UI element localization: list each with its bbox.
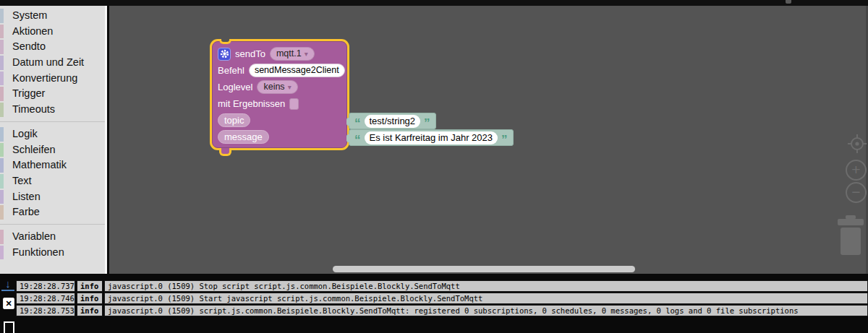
log-row: 19:28:28.746 info javascript.0 (1509) St… (16, 293, 868, 304)
sidebar-item-aktionen[interactable]: Aktionen (0, 24, 105, 40)
copy-log-icon[interactable] (4, 321, 14, 333)
category-color-strip (0, 127, 4, 142)
download-log-icon[interactable]: ↓ (1, 279, 14, 291)
category-color-strip (0, 56, 4, 70)
category-label: Funktionen (12, 246, 64, 258)
topic-input[interactable]: topic (218, 113, 250, 127)
next-connection-tab (219, 148, 231, 156)
sidebar-item-datum-und-zeit[interactable]: Datum und Zeit (0, 55, 105, 71)
chevron-down-icon: ▾ (288, 83, 292, 91)
minus-icon: − (851, 183, 860, 200)
sidebar-item-sendto[interactable]: Sendto (0, 39, 105, 55)
sidebar-item-text[interactable]: Text (0, 173, 105, 189)
close-quote-icon: ” (501, 131, 508, 144)
category-label: Timeouts (12, 103, 55, 115)
befehl-input[interactable]: sendMessage2Client (249, 64, 345, 77)
trashcan-icon (835, 215, 866, 256)
category-label: System (12, 9, 47, 21)
message-input[interactable]: message (218, 130, 269, 144)
category-label: Logik (12, 128, 38, 139)
category-color-strip (0, 190, 4, 204)
category-label: Trigger (12, 87, 45, 99)
instance-value: mqtt.1 (276, 48, 302, 59)
category-label: Konvertierung (12, 72, 77, 84)
category-label: Mathematik (12, 159, 67, 170)
sidebar-item-trigger[interactable]: Trigger (0, 86, 105, 102)
log-message: javascript.0 (1509) Start javascript scr… (104, 293, 868, 304)
category-label: Variablen (12, 230, 56, 242)
category-color-strip (0, 9, 4, 23)
sidebar-item-listen[interactable]: Listen (0, 189, 105, 205)
x-icon: ✕ (5, 299, 12, 308)
results-label: mit Ergebnissen (218, 98, 285, 109)
titlebar-icon (786, 0, 791, 4)
category-label: Aktionen (12, 25, 53, 37)
category-color-strip (0, 40, 4, 54)
category-color-strip (0, 174, 4, 189)
open-quote-icon: “ (354, 131, 361, 144)
crosshair-icon (847, 134, 867, 154)
category-color-strip (0, 205, 4, 220)
text-block[interactable]: “ test/string2 ” (349, 113, 436, 129)
log-level-badge: info (77, 305, 103, 316)
trash-icon[interactable] (835, 215, 866, 259)
gear-icon (220, 49, 229, 59)
log-row: 19:28:28.737 info javascript.0 (1509) St… (16, 280, 868, 292)
toolbox-separator (0, 121, 105, 122)
sidebar-item-timeouts[interactable]: Timeouts (0, 102, 105, 118)
category-label: Text (12, 175, 32, 186)
toolbox-separator (0, 224, 105, 225)
sidebar-item-schleifen[interactable]: Schleifen (0, 142, 105, 158)
log-message: javascript.0 (1509) script.js.common.Bei… (104, 305, 868, 316)
category-label: Sendto (12, 40, 46, 52)
chevron-down-icon: ▾ (305, 50, 308, 58)
log-message: javascript.0 (1509) Stop script script.j… (104, 280, 868, 292)
results-checkbox[interactable] (289, 98, 299, 110)
sidebar-item-mathematik[interactable]: Mathematik (0, 157, 105, 173)
sidebar-item-farbe[interactable]: Farbe (0, 204, 105, 220)
close-quote-icon: ” (424, 115, 430, 127)
category-color-strip (0, 25, 4, 39)
sendto-block[interactable]: sendTo mqtt.1▾ Befehl sendMessage2Client… (212, 41, 347, 148)
sidebar-item-konvertierung[interactable]: Konvertierung (0, 71, 105, 87)
loglevel-dropdown[interactable]: keins▾ (257, 80, 297, 94)
log-timestamp: 19:28:28.746 (16, 293, 75, 304)
category-color-strip (0, 230, 4, 244)
loglevel-label: Loglevel (218, 82, 252, 92)
category-color-strip (0, 143, 4, 157)
window-top-bar (0, 0, 868, 6)
category-color-strip (0, 158, 4, 173)
download-arrow-icon: ↓ (5, 277, 11, 290)
loglevel-value: keins (263, 82, 284, 92)
instance-dropdown[interactable]: mqtt.1▾ (270, 47, 315, 61)
clear-log-icon[interactable]: ✕ (3, 298, 14, 309)
category-color-strip (0, 246, 4, 260)
horizontal-scrollbar[interactable] (333, 266, 635, 272)
sidebar-item-funktionen[interactable]: Funktionen (0, 245, 105, 261)
text-block-input[interactable]: test/string2 (365, 115, 421, 128)
block-title: sendTo (235, 48, 265, 59)
category-color-strip (0, 103, 4, 117)
befehl-label: Befehl (218, 65, 244, 76)
sidebar-item-logik[interactable]: Logik (0, 126, 105, 142)
zoom-reset-button[interactable] (847, 134, 867, 157)
zoom-out-button[interactable]: − (846, 182, 867, 203)
log-timestamp: 19:28:28.737 (16, 280, 75, 292)
zoom-in-button[interactable]: + (846, 160, 867, 181)
sidebar-item-system[interactable]: System (0, 8, 105, 24)
blockly-toolbox: System Aktionen Sendto Datum und Zeit Ko… (0, 6, 107, 274)
category-color-strip (0, 72, 4, 86)
category-label: Datum und Zeit (12, 56, 84, 68)
text-block-input[interactable]: Es ist Karfreitag im Jahr 2023 (365, 131, 498, 144)
text-block[interactable]: “ Es ist Karfreitag im Jahr 2023 ” (349, 129, 514, 146)
log-level-badge: info (77, 293, 103, 304)
log-timestamp: 19:28:28.753 (16, 305, 75, 316)
category-label: Listen (12, 191, 41, 202)
sidebar-item-variablen[interactable]: Variablen (0, 229, 105, 245)
mutator-gear-icon[interactable] (218, 48, 231, 61)
log-level-badge: info (77, 280, 103, 292)
category-color-strip (0, 87, 4, 101)
log-row: 19:28:28.753 info javascript.0 (1509) sc… (16, 305, 868, 316)
previous-connection-notch (219, 39, 231, 44)
plus-icon: + (851, 161, 860, 178)
